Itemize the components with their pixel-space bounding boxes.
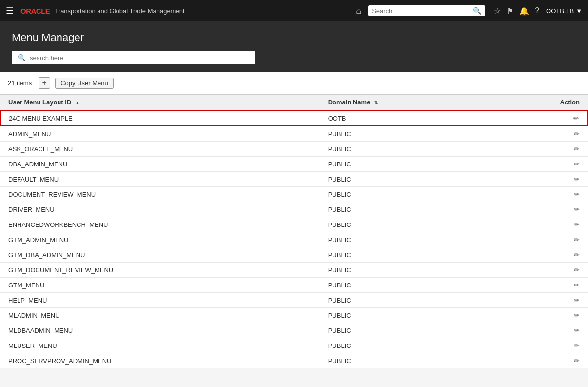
- table-row[interactable]: DBA_ADMIN_MENUPUBLIC✏: [0, 157, 588, 172]
- cell-user-menu-layout-id: GTM_ADMIN_MENU: [0, 232, 320, 247]
- cell-user-menu-layout-id: 24C MENU EXAMPLE: [0, 110, 320, 126]
- cell-user-menu-layout-id: DRIVER_MENU: [0, 202, 320, 217]
- table-row[interactable]: DEFAULT_MENUPUBLIC✏: [0, 172, 588, 187]
- nav-search-box[interactable]: 🔍: [368, 5, 485, 16]
- cell-user-menu-layout-id: MLUSER_MENU: [0, 338, 320, 353]
- cell-user-menu-layout-id: DOCUMENT_REVIEW_MENU: [0, 187, 320, 202]
- cell-action: ✏: [494, 323, 588, 338]
- user-menu[interactable]: OOTB.TB ▼: [546, 7, 582, 15]
- col-header-user-menu-layout-id[interactable]: User Menu Layout ID ▲: [0, 95, 320, 111]
- edit-icon[interactable]: ✏: [574, 311, 580, 319]
- cell-domain-name: PUBLIC: [320, 263, 494, 278]
- help-icon[interactable]: ?: [535, 6, 539, 15]
- copy-user-menu-button[interactable]: Copy User Menu: [55, 78, 114, 89]
- edit-icon[interactable]: ✏: [574, 221, 580, 228]
- table-row[interactable]: DOCUMENT_REVIEW_MENUPUBLIC✏: [0, 187, 588, 202]
- cell-domain-name: PUBLIC: [320, 217, 494, 232]
- edit-icon[interactable]: ✏: [574, 342, 580, 349]
- cell-domain-name: PUBLIC: [320, 172, 494, 187]
- cell-user-menu-layout-id: GTM_DOCUMENT_REVIEW_MENU: [0, 263, 320, 278]
- cell-domain-name: PUBLIC: [320, 353, 494, 368]
- home-icon[interactable]: ⌂: [356, 6, 361, 16]
- cell-action: ✏: [494, 172, 588, 187]
- nav-icon-group: ☆ ⚑ 🔔 ?: [494, 6, 539, 16]
- cell-user-menu-layout-id: PROC_SERVPROV_ADMIN_MENU: [0, 353, 320, 368]
- cell-domain-name: PUBLIC: [320, 187, 494, 202]
- table-row[interactable]: MLUSER_MENUPUBLIC✏: [0, 338, 588, 353]
- cell-action: ✏: [494, 157, 588, 172]
- sort-asc-icon: ▲: [75, 100, 80, 105]
- edit-icon[interactable]: ✏: [574, 266, 580, 274]
- cell-action: ✏: [494, 338, 588, 353]
- cell-domain-name: PUBLIC: [320, 157, 494, 172]
- edit-icon[interactable]: ✏: [574, 326, 580, 334]
- flag-icon[interactable]: ⚑: [507, 6, 513, 16]
- app-logo: ORACLE Transportation and Global Trade M…: [20, 7, 185, 15]
- table-row[interactable]: PROC_SERVPROV_ADMIN_MENUPUBLIC✏: [0, 353, 588, 368]
- main-search-bar[interactable]: 🔍: [12, 51, 255, 64]
- col-header-action: Action: [494, 95, 588, 111]
- sort-both-icon: ⇅: [374, 100, 378, 105]
- table-row[interactable]: MLDBAADMIN_MENUPUBLIC✏: [0, 323, 588, 338]
- favorites-icon[interactable]: ☆: [494, 6, 501, 16]
- table-row[interactable]: GTM_ADMIN_MENUPUBLIC✏: [0, 232, 588, 247]
- hamburger-menu-icon[interactable]: ☰: [6, 5, 14, 16]
- table-row[interactable]: HELP_MENUPUBLIC✏: [0, 293, 588, 308]
- edit-icon[interactable]: ✏: [574, 145, 580, 153]
- cell-user-menu-layout-id: HELP_MENU: [0, 293, 320, 308]
- cell-action: ✏: [494, 217, 588, 232]
- search-bar-input[interactable]: [30, 54, 250, 61]
- cell-user-menu-layout-id: GTM_DBA_ADMIN_MENU: [0, 247, 320, 263]
- edit-icon[interactable]: ✏: [573, 114, 579, 122]
- table-row[interactable]: ENHANCEDWORKBENCH_MENUPUBLIC✏: [0, 217, 588, 232]
- user-chevron-icon: ▼: [576, 7, 582, 15]
- cell-user-menu-layout-id: MLADMIN_MENU: [0, 308, 320, 323]
- cell-action: ✏: [494, 142, 588, 157]
- add-button[interactable]: +: [39, 77, 50, 89]
- cell-action: ✏: [494, 293, 588, 308]
- table-row[interactable]: GTM_DBA_ADMIN_MENUPUBLIC✏: [0, 247, 588, 263]
- table-row[interactable]: ASK_ORACLE_MENUPUBLIC✏: [0, 142, 588, 157]
- notifications-icon[interactable]: 🔔: [519, 6, 529, 16]
- table-row[interactable]: MLADMIN_MENUPUBLIC✏: [0, 308, 588, 323]
- table-row[interactable]: 24C MENU EXAMPLEOOTB✏: [0, 110, 588, 126]
- table-row[interactable]: ADMIN_MENUPUBLIC✏: [0, 126, 588, 142]
- cell-domain-name: PUBLIC: [320, 202, 494, 217]
- table-row[interactable]: GTM_MENUPUBLIC✏: [0, 278, 588, 293]
- edit-icon[interactable]: ✏: [574, 251, 580, 259]
- cell-domain-name: OOTB: [320, 110, 494, 126]
- cell-domain-name: PUBLIC: [320, 142, 494, 157]
- cell-user-menu-layout-id: DBA_ADMIN_MENU: [0, 157, 320, 172]
- nav-search-icon[interactable]: 🔍: [473, 7, 481, 15]
- cell-action: ✏: [494, 202, 588, 217]
- col-header-domain-name[interactable]: Domain Name ⇅: [320, 95, 494, 111]
- nav-search-input[interactable]: [372, 7, 473, 15]
- edit-icon[interactable]: ✏: [574, 205, 580, 213]
- edit-icon[interactable]: ✏: [574, 281, 580, 289]
- cell-action: ✏: [494, 187, 588, 202]
- edit-icon[interactable]: ✏: [574, 175, 580, 183]
- table-row[interactable]: DRIVER_MENUPUBLIC✏: [0, 202, 588, 217]
- cell-action: ✏: [494, 232, 588, 247]
- edit-icon[interactable]: ✏: [574, 160, 580, 168]
- cell-user-menu-layout-id: MLDBAADMIN_MENU: [0, 323, 320, 338]
- edit-icon[interactable]: ✏: [574, 296, 580, 304]
- cell-domain-name: PUBLIC: [320, 338, 494, 353]
- edit-icon[interactable]: ✏: [574, 357, 580, 365]
- edit-icon[interactable]: ✏: [574, 130, 580, 138]
- table-area: 21 items + Copy User Menu User Menu Layo…: [0, 72, 588, 368]
- page-title: Menu Manager: [12, 31, 576, 44]
- table-row[interactable]: GTM_DOCUMENT_REVIEW_MENUPUBLIC✏: [0, 263, 588, 278]
- cell-domain-name: PUBLIC: [320, 323, 494, 338]
- top-navigation: ☰ ORACLE Transportation and Global Trade…: [0, 0, 588, 21]
- cell-domain-name: PUBLIC: [320, 293, 494, 308]
- table-toolbar: 21 items + Copy User Menu: [0, 72, 588, 94]
- cell-user-menu-layout-id: ADMIN_MENU: [0, 126, 320, 142]
- table-header-row: User Menu Layout ID ▲ Domain Name ⇅ Acti…: [0, 95, 588, 111]
- cell-domain-name: PUBLIC: [320, 278, 494, 293]
- cell-action: ✏: [494, 278, 588, 293]
- cell-user-menu-layout-id: ENHANCEDWORKBENCH_MENU: [0, 217, 320, 232]
- cell-action: ✏: [494, 126, 588, 142]
- edit-icon[interactable]: ✏: [574, 190, 580, 198]
- edit-icon[interactable]: ✏: [574, 236, 580, 244]
